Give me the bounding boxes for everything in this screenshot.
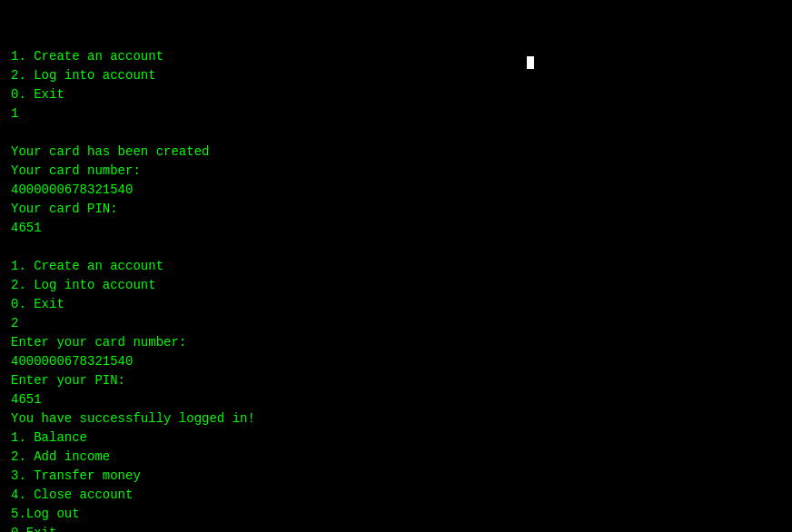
terminal-line: 2. Log into account xyxy=(11,66,781,85)
terminal-window[interactable]: 1. Create an account2. Log into account0… xyxy=(0,0,792,532)
terminal-line: 3. Transfer money xyxy=(11,467,781,486)
terminal-line: 1. Balance xyxy=(11,429,781,448)
terminal-line: 0. Exit xyxy=(11,295,781,314)
terminal-line: 4. Close account xyxy=(11,486,781,505)
terminal-line: 2. Add income xyxy=(11,448,781,467)
terminal-line: Enter your PIN: xyxy=(11,371,781,390)
terminal-line: 0. Exit xyxy=(11,85,781,104)
terminal-cursor xyxy=(527,56,534,69)
terminal-line: 5.Log out xyxy=(11,505,781,524)
terminal-line: Enter your card number: xyxy=(11,333,781,352)
terminal-line: Your card has been created xyxy=(11,143,781,162)
terminal-line: 4651 xyxy=(11,390,781,409)
terminal-line: 4000000678321540 xyxy=(11,352,781,371)
terminal-line: 4000000678321540 xyxy=(11,181,781,200)
terminal-line: 0.Exit xyxy=(11,524,781,532)
terminal-line: You have successfully logged in! xyxy=(11,409,781,429)
terminal-line: Your card number: xyxy=(11,162,781,181)
terminal-line xyxy=(11,123,781,143)
terminal-line: 1. Create an account xyxy=(11,47,781,66)
terminal-output: 1. Create an account2. Log into account0… xyxy=(11,9,781,532)
terminal-line: 2 xyxy=(11,314,781,333)
terminal-line: Your card PIN: xyxy=(11,200,781,219)
terminal-line: 2. Log into account xyxy=(11,276,781,295)
terminal-line: 4651 xyxy=(11,219,781,238)
terminal-line: 1. Create an account xyxy=(11,257,781,276)
terminal-line xyxy=(11,238,781,257)
terminal-line: 1 xyxy=(11,104,781,123)
